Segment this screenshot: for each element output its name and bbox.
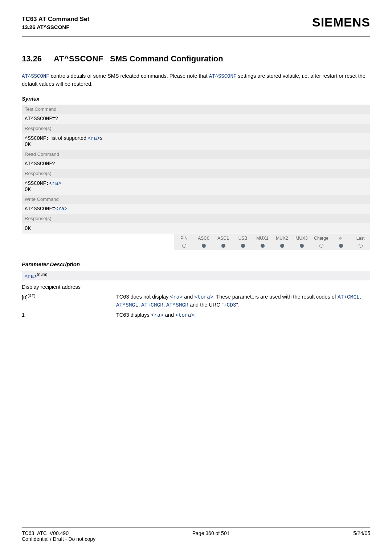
read-command-code: AT^SSCONF? (22, 159, 370, 169)
param-row-1-right: TC63 displays <ra> and <tora>. (116, 311, 370, 319)
r0-and: and (183, 294, 194, 300)
syntax-block: Test Command AT^SSCONF=? Response(s) ^SS… (22, 105, 370, 234)
cap-h-0: PIN (174, 234, 194, 242)
cap-v-6 (292, 242, 311, 250)
footer-right: 5/24/05 (353, 530, 370, 536)
cap-v-3 (233, 242, 253, 250)
r1-tora-link[interactable]: <tora> (175, 312, 194, 318)
parameter-heading: Parameter Description (22, 261, 370, 267)
footer-left: TC63_ATC_V00.490 (22, 530, 69, 536)
intro-cmd-link-2[interactable]: AT^SSCONF (209, 73, 237, 79)
test-command-code: AT^SSCONF=? (22, 114, 370, 124)
r0-c5-link[interactable]: +CDS (224, 302, 236, 308)
cap-h-9: Last (351, 234, 370, 242)
test-response-body: ^SSCONF: list of supported <ra>s OK (22, 133, 370, 150)
r0-c2-link[interactable]: AT^SMGL (116, 302, 138, 308)
write-command-label: Write Command (22, 195, 370, 204)
test-resp-ok: OK (25, 142, 31, 147)
syntax-heading: Syntax (22, 96, 370, 102)
footer-divider (22, 527, 370, 528)
r0-c4-link[interactable]: AT^SMGR (166, 302, 188, 308)
cap-h-2: ASC1 (213, 234, 233, 242)
test-command-label: Test Command (22, 105, 370, 114)
page-footer: TC63_ATC_V00.490 Page 360 of 501 5/24/05… (22, 527, 370, 542)
read-resp-ra-link[interactable]: <ra> (49, 181, 61, 186)
intro-paragraph: AT^SSCONF controls details of some SMS r… (22, 72, 370, 88)
write-cmd-ra-link[interactable]: <ra> (55, 206, 68, 212)
r1-t1: TC63 displays (116, 312, 151, 318)
write-resp-ok: OK (25, 226, 31, 231)
param-row-1-left: 1 (22, 311, 116, 319)
parameter-name-box: <ra>(num) (22, 271, 370, 280)
test-resp-suffix: s (100, 135, 102, 141)
r0-tora-link[interactable]: <tora> (194, 294, 213, 300)
footer-row: TC63_ATC_V00.490 Page 360 of 501 5/24/05 (22, 530, 370, 536)
section-title-text: AT^SSCONF SMS Command Configuration (54, 54, 223, 64)
param-row-0-sup: (&F) (28, 293, 35, 298)
parameter-body: Display recipient address [0](&F) TC63 d… (22, 283, 370, 319)
cap-v-4 (253, 242, 272, 250)
param-row-0-val: [0] (22, 295, 28, 300)
parameter-sup: (num) (37, 272, 48, 276)
dot-full-icon (280, 244, 284, 248)
cap-v-9 (351, 242, 370, 250)
parameter-ra-link[interactable]: <ra> (25, 274, 37, 279)
write-command-code: AT^SSCONF=<ra> (22, 204, 370, 214)
cap-v-2 (213, 242, 233, 250)
r1-t2: . (194, 312, 196, 318)
r0-t2: . These parameters are used with the res… (213, 294, 338, 300)
intro-text-1: controls details of some SMS releated co… (49, 73, 209, 79)
r0-t3: and the URC " (188, 302, 224, 308)
cap-v-0 (174, 242, 194, 250)
section-number: 13.26 (22, 54, 54, 64)
param-row-0: [0](&F) TC63 does not display <ra> and <… (22, 293, 370, 309)
dot-full-icon (339, 244, 343, 248)
cap-h-4: MUX1 (253, 234, 272, 242)
capability-table: PIN ASC0 ASC1 USB MUX1 MUX2 MUX3 Charge … (174, 234, 370, 250)
dot-empty-icon (359, 244, 363, 248)
dot-full-icon (300, 244, 304, 248)
cap-v-7 (311, 242, 331, 250)
dot-full-icon (241, 244, 245, 248)
read-response-label: Response(s) (22, 169, 370, 178)
intro-cmd-link-1[interactable]: AT^SSCONF (22, 73, 49, 79)
read-command-label: Read Command (22, 150, 370, 159)
capability-header-row: PIN ASC0 ASC1 USB MUX1 MUX2 MUX3 Charge … (174, 234, 370, 242)
dot-empty-icon (182, 244, 186, 248)
header-left: TC63 AT Command Set 13.26 AT^SSCONF (22, 15, 89, 31)
cap-h-8-plane-icon: ✈ (331, 234, 351, 242)
header-divider (22, 36, 370, 37)
r1-ra-link[interactable]: <ra> (151, 312, 164, 318)
brand-logo: SIEMENS (312, 15, 370, 29)
read-response-body: ^SSCONF:<ra> OK (22, 178, 370, 195)
r0-t1: TC63 does not display (116, 294, 170, 300)
param-row-1: 1 TC63 displays <ra> and <tora>. (22, 311, 370, 319)
r0-c1-link[interactable]: AT+CMGL (338, 294, 360, 300)
r0-c3-link[interactable]: AT+CMGR (141, 302, 163, 308)
cap-h-3: USB (233, 234, 253, 242)
doc-title: TC63 AT Command Set (22, 15, 89, 24)
cap-h-1: ASC0 (194, 234, 213, 242)
cap-h-6: MUX3 (292, 234, 311, 242)
page-header: TC63 AT Command Set 13.26 AT^SSCONF SIEM… (22, 15, 370, 31)
cap-h-5: MUX2 (272, 234, 292, 242)
parameter-desc: Display recipient address (22, 283, 370, 291)
test-resp-ra-link[interactable]: <ra> (88, 135, 100, 141)
read-resp-ok: OK (25, 187, 31, 193)
doc-subtitle: 13.26 AT^SSCONF (22, 24, 89, 31)
r0-t4: ". (236, 302, 240, 308)
section-heading: 13.26 AT^SSCONF SMS Command Configuratio… (22, 54, 370, 64)
write-response-body: OK (22, 223, 370, 234)
section-command-name: AT^SSCONF (54, 54, 103, 63)
section-title-rest: SMS Command Configuration (110, 54, 223, 63)
cap-v-5 (272, 242, 292, 250)
write-response-label: Response(s) (22, 214, 370, 223)
dot-full-icon (221, 244, 225, 248)
dot-full-icon (202, 244, 206, 248)
param-row-0-left: [0](&F) (22, 293, 116, 309)
param-row-0-right: TC63 does not display <ra> and <tora>. T… (116, 293, 370, 309)
r1-and: and (164, 312, 175, 318)
r0-ra-link[interactable]: <ra> (170, 294, 183, 300)
cap-v-1 (194, 242, 213, 250)
read-resp-prefix: ^SSCONF: (25, 181, 49, 186)
